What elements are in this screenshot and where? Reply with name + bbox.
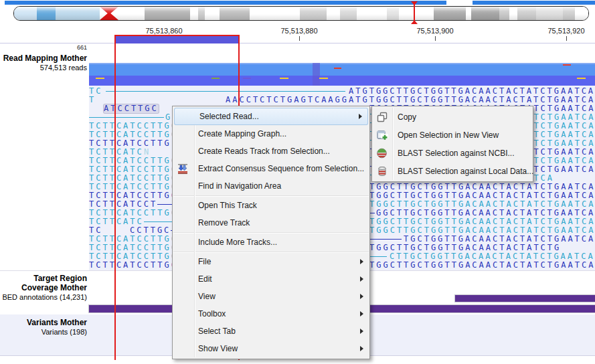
coverage-event-dash bbox=[563, 64, 571, 66]
read-pair-connector-line bbox=[144, 221, 173, 222]
menu-item-toolbox[interactable]: Toolbox bbox=[173, 305, 369, 323]
blast-local-icon bbox=[376, 165, 388, 177]
submenu-item-label: BLAST Selection against NCBI... bbox=[398, 149, 515, 158]
menu-separator bbox=[173, 195, 369, 196]
submenu-arrow-icon bbox=[359, 114, 362, 119]
menu-separator bbox=[173, 252, 369, 252]
ruler-tick-label: 75,513,880 bbox=[280, 27, 317, 35]
coverage-max-label: 661 bbox=[0, 44, 87, 51]
variants-track-title: Variants Mother bbox=[0, 318, 87, 327]
selection-boundary-line[interactable] bbox=[114, 35, 116, 360]
submenu-item-copy[interactable]: Copy bbox=[372, 108, 533, 126]
read-pair-connector-line bbox=[89, 117, 164, 118]
menu-item-file[interactable]: File bbox=[173, 253, 369, 270]
submenu-item-open-selection-in-new-view[interactable]: Open Selection in New View bbox=[372, 126, 533, 144]
submenu-item-label: Copy bbox=[398, 112, 416, 122]
read-pair-connector-line bbox=[369, 213, 375, 213]
blast-ncbi-icon bbox=[376, 147, 388, 159]
menu-item-label: Edit bbox=[198, 274, 212, 284]
ruler-tick-label: 75,513,860 bbox=[145, 27, 182, 35]
chromosome-ideogram[interactable] bbox=[13, 6, 589, 21]
target-region-subtitle: BED annotations (14,231) bbox=[0, 293, 87, 302]
menu-item-label: Show View bbox=[198, 344, 238, 353]
read-pair-connector-line bbox=[157, 204, 173, 205]
coverage-area-lower bbox=[89, 76, 595, 86]
menu-item-open-this-track[interactable]: Open This Track bbox=[173, 197, 369, 214]
read-sequence[interactable]: T bbox=[89, 96, 96, 104]
extract-consensus-icon bbox=[177, 163, 189, 175]
menu-item-label: Include More Tracks... bbox=[198, 238, 277, 247]
selected-read-sequence[interactable]: ATCCTTGC bbox=[104, 104, 159, 113]
submenu-arrow-icon bbox=[360, 294, 363, 299]
menu-item-select-tab[interactable]: Select Tab bbox=[173, 323, 369, 340]
menu-item-edit[interactable]: Edit bbox=[173, 270, 369, 288]
coverage-event-dash bbox=[334, 68, 341, 69]
position-marker-bottom-triangle bbox=[411, 20, 418, 24]
coverage-area-upper bbox=[89, 63, 595, 76]
read-pair-connector-line bbox=[369, 256, 387, 257]
read-pair-connector-line bbox=[369, 239, 402, 240]
submenu-arrow-icon bbox=[360, 276, 363, 282]
selected-read-submenu: CopyOpen Selection in New ViewBLAST Sele… bbox=[371, 106, 533, 182]
menu-item-create-mapping-graph[interactable]: Create Mapping Graph... bbox=[173, 125, 369, 143]
menu-item-label: Remove Track bbox=[198, 218, 250, 227]
coverage-graph[interactable] bbox=[89, 62, 595, 86]
context-menu: Selected Read...Create Mapping Graph...C… bbox=[172, 106, 370, 359]
menu-item-label: Open This Track bbox=[198, 201, 257, 210]
position-marker-top-triangle bbox=[411, 1, 418, 5]
coverage-dark-column bbox=[313, 63, 320, 86]
menu-item-label: File bbox=[198, 257, 211, 266]
coverage-event-dash bbox=[96, 78, 104, 79]
read-sequence[interactable]: TCTTCATCCTTGC bbox=[89, 261, 178, 270]
position-marker-line bbox=[414, 4, 415, 21]
menu-item-show-view[interactable]: Show View bbox=[173, 340, 369, 357]
submenu-item-blast-selection-against-ncbi[interactable]: BLAST Selection against NCBI... bbox=[372, 144, 533, 162]
menu-item-remove-track[interactable]: Remove Track bbox=[173, 214, 369, 232]
submenu-arrow-icon bbox=[360, 259, 363, 264]
coverage-event-dash bbox=[577, 78, 586, 79]
ideogram-gloss bbox=[14, 7, 588, 20]
menu-item-include-more-tracks[interactable]: Include More Tracks... bbox=[173, 234, 369, 251]
read-mapping-track-title: Read Mapping Mother bbox=[0, 54, 87, 63]
menu-item-create-reads-track-from-selection[interactable]: Create Reads Track from Selection... bbox=[173, 143, 369, 160]
menu-item-label: Extract Consensus Sequence from Selectio… bbox=[198, 164, 364, 173]
bed-annotation-bar[interactable] bbox=[455, 295, 595, 302]
top-strip-segment bbox=[5, 1, 446, 5]
target-region-title-line2: Coverage Mother bbox=[0, 283, 87, 292]
menu-item-label: Toolbox bbox=[198, 309, 226, 318]
coverage-event-dash bbox=[280, 78, 288, 79]
target-region-title-line1: Target Region bbox=[0, 274, 87, 283]
submenu-item-label: Open Selection in New View bbox=[398, 130, 499, 140]
ruler-tick-label: 75,513,900 bbox=[416, 27, 453, 35]
menu-item-label: Create Mapping Graph... bbox=[198, 129, 286, 139]
genome-browser-window: 75,513,86075,513,88075,513,90075,513,920… bbox=[0, 0, 595, 364]
submenu-arrow-icon bbox=[360, 311, 363, 316]
menu-item-label: View bbox=[198, 292, 216, 301]
read-pair-connector-line bbox=[106, 91, 345, 92]
menu-item-find-in-navigation-area[interactable]: Find in Navigation Area bbox=[173, 177, 369, 195]
menu-item-extract-consensus-sequence-from-selection[interactable]: Extract Consensus Sequence from Selectio… bbox=[173, 160, 369, 177]
submenu-item-label: BLAST Selection against Local Data... bbox=[398, 167, 533, 176]
selection-region-bar[interactable] bbox=[116, 36, 238, 43]
menu-separator bbox=[173, 232, 369, 233]
ruler-tickmark bbox=[435, 36, 436, 41]
submenu-item-blast-selection-against-local-data[interactable]: BLAST Selection against Local Data... bbox=[372, 162, 533, 180]
top-strip-segment bbox=[473, 1, 595, 5]
track-divider bbox=[0, 43, 595, 43]
coverage-event-dash bbox=[319, 78, 328, 79]
ruler-tickmark bbox=[566, 36, 567, 41]
open-new-view-icon bbox=[376, 129, 388, 141]
read-sequence[interactable]: TGGCTTGCTGGTTGACAACTACTATCTGAATCA bbox=[369, 261, 595, 270]
coverage-event-dash bbox=[211, 78, 220, 79]
menu-item-label: Create Reads Track from Selection... bbox=[198, 147, 330, 156]
menu-item-label: Find in Navigation Area bbox=[198, 181, 281, 191]
read-mapping-track-subtitle: 574,513 reads bbox=[0, 64, 87, 72]
menu-item-label: Select Tab bbox=[198, 327, 236, 336]
variants-track-subtitle: Variants (198) bbox=[0, 328, 87, 337]
menu-item-view[interactable]: View bbox=[173, 288, 369, 305]
menu-item-label: Selected Read... bbox=[199, 112, 259, 121]
menu-item-selected-read[interactable]: Selected Read... bbox=[174, 108, 368, 125]
submenu-arrow-icon bbox=[360, 346, 363, 351]
coverage-event-dash bbox=[243, 78, 251, 79]
submenu-arrow-icon bbox=[360, 329, 363, 334]
